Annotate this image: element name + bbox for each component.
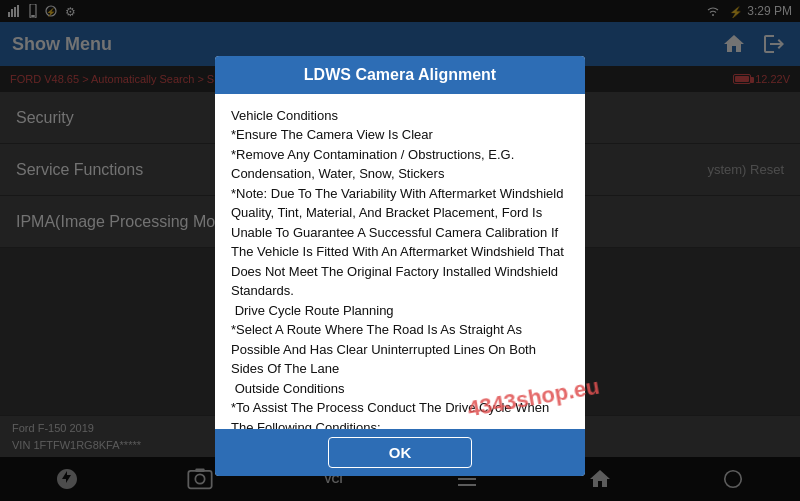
modal-header: LDWS Camera Alignment (215, 56, 585, 94)
modal-ok-button[interactable]: OK (328, 437, 473, 468)
modal-body: Vehicle Conditions *Ensure The Camera Vi… (215, 94, 585, 429)
modal-title: LDWS Camera Alignment (304, 66, 496, 83)
modal-footer: OK (215, 429, 585, 476)
modal-overlay: LDWS Camera Alignment Vehicle Conditions… (0, 0, 800, 501)
modal-dialog: LDWS Camera Alignment Vehicle Conditions… (215, 56, 585, 476)
modal-body-text: Vehicle Conditions *Ensure The Camera Vi… (231, 108, 567, 429)
